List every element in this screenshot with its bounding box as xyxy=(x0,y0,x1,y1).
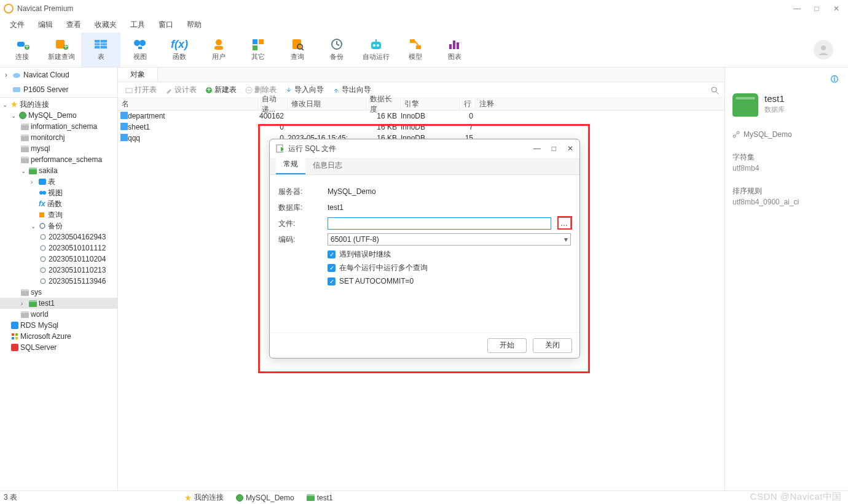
menu-item-window[interactable]: 窗口 xyxy=(152,18,179,31)
database-icon xyxy=(21,289,29,296)
tab-general[interactable]: 常规 xyxy=(276,155,305,174)
check-autocommit[interactable]: ✓SET AUTOCOMMIT=0 xyxy=(278,274,571,288)
tree-sakila-views[interactable]: 视图 xyxy=(0,187,117,198)
minus-icon xyxy=(245,87,253,94)
tree-sakila-tables[interactable]: ›表 xyxy=(0,176,117,187)
col-autoincrement[interactable]: 自动递... xyxy=(258,98,288,110)
info-connection-link[interactable]: MySQL_Demo xyxy=(732,130,841,139)
design-table-button[interactable]: 设计表 xyxy=(162,85,200,95)
toolbar-function-button[interactable]: f(x)函数 xyxy=(160,33,199,67)
info-icon[interactable]: ⓘ xyxy=(831,75,838,83)
menu-item-favorites[interactable]: 收藏夹 xyxy=(88,18,123,31)
tree-backup-item[interactable]: 20230510110213 xyxy=(0,265,117,276)
tree-sakila-backup[interactable]: ⌄备份 xyxy=(0,220,117,231)
menu-item-help[interactable]: 帮助 xyxy=(181,18,208,31)
toolbar-connect-button[interactable]: +连接 xyxy=(2,33,42,67)
dialog-title: 运行 SQL 文件 xyxy=(288,144,530,154)
status-connection[interactable]: 我的连接 xyxy=(181,492,227,503)
maximize-button[interactable]: □ xyxy=(812,4,821,13)
tree-conn-sqlserver[interactable]: SQLServer xyxy=(0,342,117,353)
navicat-cloud-row[interactable]: › Navicat Cloud xyxy=(0,68,117,82)
tree-db-sys[interactable]: sys xyxy=(0,287,117,298)
server-icon xyxy=(12,86,21,93)
minimize-button[interactable]: — xyxy=(793,4,801,13)
file-input[interactable] xyxy=(328,217,551,230)
check-continue-on-error[interactable]: ✓遇到错误时继续 xyxy=(278,247,571,261)
dialog-close-button[interactable]: ✕ xyxy=(567,144,573,153)
import-wizard-button[interactable]: 导入向导 xyxy=(281,85,328,95)
toolbar-other-button[interactable]: 其它 xyxy=(238,33,278,67)
col-engine[interactable]: 引擎 xyxy=(401,98,460,110)
tree-db-world[interactable]: world xyxy=(0,309,117,320)
tree-my-connections[interactable]: ⌄我的连接 xyxy=(0,99,117,110)
tree-backup-item[interactable]: 20230510110204 xyxy=(0,254,117,265)
tree-db-monitorchj[interactable]: monitorchj xyxy=(0,132,117,143)
tree-sakila-queries[interactable]: 查询 xyxy=(0,209,117,220)
toolbar-chart-button[interactable]: 图表 xyxy=(435,33,474,67)
col-modified[interactable]: 修改日期 xyxy=(288,98,366,110)
menu-item-view[interactable]: 查看 xyxy=(60,18,87,31)
database-icon xyxy=(21,145,29,152)
dialog-minimize-button[interactable]: — xyxy=(533,144,541,153)
status-object-count: 3 表 xyxy=(4,492,17,503)
tab-objects[interactable]: 对象 xyxy=(118,68,158,82)
col-name[interactable]: 名 xyxy=(118,98,258,110)
connection-tree: ⌄我的连接 ⌄MySQL_Demo information_schema mon… xyxy=(0,98,117,490)
svg-marker-60 xyxy=(185,495,191,501)
tree-db-mysql[interactable]: mysql xyxy=(0,143,117,154)
info-db-type: 数据库 xyxy=(764,105,785,114)
toolbar-view-button[interactable]: 视图 xyxy=(120,33,160,67)
tree-sakila-functions[interactable]: fx函数 xyxy=(0,198,117,209)
toolbar-new-query-button[interactable]: +新建查询 xyxy=(42,33,81,67)
menu-item-tools[interactable]: 工具 xyxy=(124,18,151,31)
encoding-select[interactable]: 65001 (UTF-8)▾ xyxy=(328,233,571,246)
toolbar-backup-button[interactable]: 备份 xyxy=(317,33,356,67)
chevron-right-icon: › xyxy=(21,300,27,307)
svg-rect-26 xyxy=(410,39,415,43)
object-tab-bar: 对象 xyxy=(118,68,724,82)
status-schema[interactable]: test1 xyxy=(303,494,337,502)
toolbar-user-button[interactable]: 用户 xyxy=(199,33,238,67)
tree-backup-item[interactable]: 20230515113946 xyxy=(0,276,117,287)
close-dialog-button[interactable]: 关闭 xyxy=(533,338,572,353)
p1605-server-row[interactable]: P1605 Server xyxy=(0,82,117,97)
tree-conn-azure[interactable]: Microsoft Azure xyxy=(0,331,117,342)
tree-db-sakila[interactable]: ⌄sakila xyxy=(0,165,117,176)
start-button[interactable]: 开始 xyxy=(487,338,527,353)
annotation-browse-highlight xyxy=(557,216,572,230)
tree-db-performance-schema[interactable]: performance_schema xyxy=(0,154,117,165)
export-wizard-button[interactable]: 导出向导 xyxy=(329,85,375,95)
tree-backup-item[interactable]: 20230504162943 xyxy=(0,231,117,242)
toolbar-query-button[interactable]: 查询 xyxy=(278,33,317,67)
menu-item-edit[interactable]: 编辑 xyxy=(32,18,59,31)
open-table-button[interactable]: 打开表 xyxy=(122,85,160,95)
status-server[interactable]: MySQL_Demo xyxy=(232,494,298,502)
menubar: 文件 编辑 查看 收藏夹 工具 窗口 帮助 xyxy=(0,17,848,32)
tree-backup-item[interactable]: 20230510101112 xyxy=(0,242,117,254)
search-button[interactable] xyxy=(709,84,721,96)
user-avatar[interactable] xyxy=(814,40,833,60)
col-remark[interactable]: 注释 xyxy=(476,98,724,110)
tree-db-test1[interactable]: ›test1 xyxy=(0,298,117,309)
col-size[interactable]: 数据长度 xyxy=(366,98,401,110)
col-rows[interactable]: 行 xyxy=(460,98,476,110)
left-panel: › Navicat Cloud P1605 Server ⌄我的连接 ⌄MySQ… xyxy=(0,68,118,490)
toolbar-model-button[interactable]: 模型 xyxy=(396,33,435,67)
avatar-icon xyxy=(817,43,830,56)
database-icon xyxy=(21,123,29,130)
menu-item-file[interactable]: 文件 xyxy=(4,18,31,31)
tree-conn-mysql-demo[interactable]: ⌄MySQL_Demo xyxy=(0,110,117,121)
toolbar-automation-button[interactable]: 自动运行 xyxy=(356,33,396,67)
search-icon xyxy=(710,86,719,95)
close-button[interactable]: ✕ xyxy=(832,4,841,13)
info-collation-value: utf8mb4_0900_ai_ci xyxy=(732,198,841,206)
tab-log[interactable]: 信息日志 xyxy=(305,157,350,174)
tree-conn-rds[interactable]: RDS MySql xyxy=(0,320,117,331)
check-multi-query[interactable]: ✓在每个运行中运行多个查询 xyxy=(278,261,571,274)
new-table-button[interactable]: +新建表 xyxy=(202,85,240,95)
toolbar-table-button[interactable]: 表 xyxy=(81,33,120,67)
svg-point-24 xyxy=(377,44,379,47)
tree-db-information-schema[interactable]: information_schema xyxy=(0,121,117,132)
table-row[interactable]: department40016216 KBInnoDB0 xyxy=(118,110,724,122)
dialog-maximize-button[interactable]: □ xyxy=(552,144,556,153)
